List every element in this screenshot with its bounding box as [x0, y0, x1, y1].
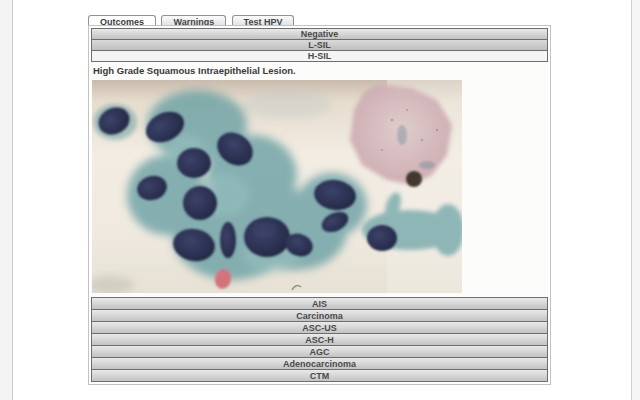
- hsil-description: High Grade Squamous Intraepithelial Lesi…: [93, 65, 547, 76]
- tab-bar: Outcomes Warnings Test HPV: [88, 11, 295, 25]
- accordion-item-ctm[interactable]: CTM: [91, 369, 548, 382]
- hsil-expanded-section: High Grade Squamous Intraepithelial Lesi…: [91, 62, 548, 298]
- accordion-item-hsil[interactable]: H-SIL: [91, 50, 548, 62]
- page: Outcomes Warnings Test HPV Negative L-SI…: [0, 0, 640, 400]
- page-gutter-left: [0, 0, 13, 400]
- pap-smear-micrograph-image: [92, 80, 462, 293]
- page-gutter-right[interactable]: [631, 0, 640, 400]
- outcomes-panel: Negative L-SIL H-SIL High Grade Squamous…: [88, 25, 551, 385]
